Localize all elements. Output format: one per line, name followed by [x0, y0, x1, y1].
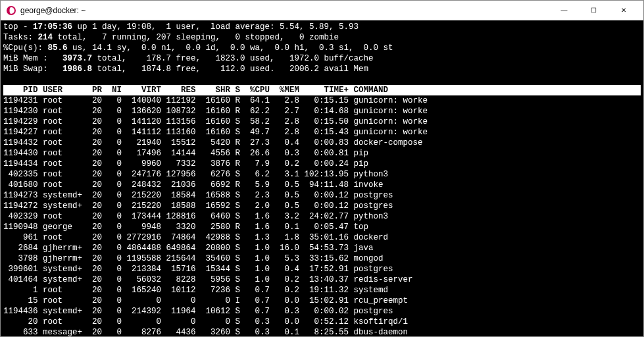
minimize-button[interactable]: — [549, 1, 579, 20]
window-controls: — ☐ ✕ [549, 1, 638, 20]
process-row: 1194430 root 20 0 17496 14144 4556 R 26.… [3, 148, 641, 159]
process-row: 15 root 20 0 0 0 0 I 0.7 0.0 15:02.91 rc… [3, 296, 641, 306]
process-row: 1 root 20 0 165240 10112 7236 S 0.7 0.2 … [3, 285, 641, 296]
process-row: 1194231 root 20 0 140040 112192 16160 R … [3, 95, 641, 106]
process-row: 402335 root 20 0 247176 127956 6276 S 6.… [3, 169, 641, 180]
process-row: 2684 gjherrm+ 20 0 4864488 649864 20800 … [3, 243, 641, 253]
process-row: 1194229 root 20 0 141120 113156 16160 S … [3, 117, 641, 127]
terminal-window: george@docker: ~ — ☐ ✕ top - 17:05:36 up… [0, 0, 644, 337]
app-icon [6, 5, 16, 16]
top-summary-line: Tasks: 214 total, 7 running, 207 sleepin… [3, 32, 641, 43]
process-row: 1194432 root 20 0 21940 15512 5420 R 27.… [3, 138, 641, 148]
process-row: 961 root 20 0 2772916 74864 42988 S 1.3 … [3, 232, 641, 243]
process-row: 399601 systemd+ 20 0 213384 15716 15344 … [3, 264, 641, 274]
top-summary-line: MiB Mem : 3973.7 total, 178.7 free, 1823… [3, 53, 641, 64]
process-row: 402329 root 20 0 173444 128816 6460 S 1.… [3, 211, 641, 222]
process-row: 20 root 20 0 0 0 0 S 0.3 0.0 0:52.12 kso… [3, 317, 641, 327]
process-row: 1194272 systemd+ 20 0 215220 18588 16592… [3, 201, 641, 211]
process-row: 3798 gjherrm+ 20 0 1195588 215644 35460 … [3, 253, 641, 264]
process-row: 633 message+ 20 0 8276 4436 3260 S 0.3 0… [3, 327, 641, 336]
process-row: 1194436 systemd+ 20 0 214392 11964 10612… [3, 306, 641, 317]
process-row: 1194227 root 20 0 141112 113160 16160 S … [3, 127, 641, 138]
terminal-body[interactable]: top - 17:05:36 up 1 day, 19:08, 1 user, … [1, 20, 643, 336]
top-summary-line: %Cpu(s): 85.6 us, 14.1 sy, 0.0 ni, 0.0 i… [3, 43, 641, 53]
titlebar[interactable]: george@docker: ~ — ☐ ✕ [1, 1, 643, 20]
process-row: 401464 systemd+ 20 0 56032 8228 5956 S 1… [3, 274, 641, 285]
window-title: george@docker: ~ [20, 6, 549, 15]
process-row: 1190948 george 20 0 9948 3320 2580 R 1.6… [3, 222, 641, 232]
process-row: 1194273 systemd+ 20 0 215220 18584 16588… [3, 190, 641, 201]
top-summary-line: top - 17:05:36 up 1 day, 19:08, 1 user, … [3, 22, 641, 32]
close-button[interactable]: ✕ [608, 1, 638, 20]
maximize-button[interactable]: ☐ [579, 1, 608, 20]
process-row: 1194230 root 20 0 136620 108732 16160 R … [3, 106, 641, 117]
process-row: 401680 root 20 0 248432 21036 6692 R 5.9… [3, 180, 641, 190]
blank-line [3, 74, 641, 85]
process-row: 1194434 root 20 0 9960 7332 3876 R 7.9 0… [3, 159, 641, 169]
process-header: PID USER PR NI VIRT RES SHR S %CPU %MEM … [3, 85, 641, 95]
top-summary-line: MiB Swap: 1986.8 total, 1874.8 free, 112… [3, 64, 641, 74]
